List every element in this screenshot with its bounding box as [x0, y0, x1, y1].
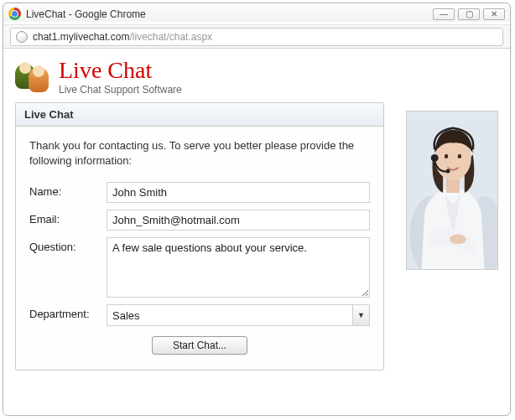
maximize-button[interactable]: ▢ [458, 8, 480, 20]
row-department: Department: Sales ▼ [29, 304, 370, 326]
label-name: Name: [29, 182, 107, 198]
brand-text: Live Chat Live Chat Support Software [59, 59, 182, 96]
label-department: Department: [29, 304, 107, 320]
start-chat-button[interactable]: Start Chat... [152, 336, 247, 355]
svg-point-8 [431, 154, 439, 162]
svg-point-9 [446, 169, 450, 174]
titlebar: LiveChat - Google Chrome — ▢ ✕ [3, 3, 510, 25]
panel-title: Live Chat [16, 103, 383, 127]
name-field[interactable] [107, 182, 370, 203]
row-question: Question: A few sale questions about you… [29, 237, 370, 298]
svg-point-3 [450, 234, 466, 244]
row-name: Name: [29, 182, 370, 203]
browser-window: LiveChat - Google Chrome — ▢ ✕ chat1.myl… [3, 3, 511, 416]
question-field[interactable]: A few sale questions about your service. [107, 237, 370, 298]
url-field[interactable]: chat1.mylivechat.com/livechat/chat.aspx [10, 28, 503, 46]
chrome-icon [8, 8, 21, 20]
svg-point-6 [445, 154, 448, 158]
people-icon [15, 60, 50, 94]
form-panel: Live Chat Thank you for contacting us. T… [15, 102, 384, 371]
panel-body: Thank you for contacting us. To serve yo… [16, 127, 383, 370]
agent-photo [406, 111, 498, 270]
brand-header: Live Chat Live Chat Support Software [15, 59, 498, 96]
url-path: /livechat/chat.aspx [129, 31, 212, 43]
globe-icon [16, 31, 28, 43]
brand-subtitle: Live Chat Support Software [59, 84, 182, 96]
window-title: LiveChat - Google Chrome [26, 8, 146, 20]
email-field[interactable] [107, 210, 370, 231]
label-email: Email: [29, 210, 107, 226]
row-email: Email: [29, 210, 370, 231]
button-row: Start Chat... [29, 336, 370, 355]
department-select[interactable]: Sales [107, 304, 370, 326]
brand-title: Live Chat [59, 59, 182, 82]
department-select-wrap: Sales ▼ [107, 304, 370, 326]
label-question: Question: [29, 237, 107, 253]
window-controls: — ▢ ✕ [433, 8, 505, 20]
svg-point-7 [458, 154, 461, 158]
close-button[interactable]: ✕ [483, 8, 505, 20]
intro-text: Thank you for contacting us. To serve yo… [29, 138, 370, 169]
minimize-button[interactable]: — [433, 8, 455, 20]
page-content: Live Chat Live Chat Support Software Liv… [3, 49, 510, 413]
url-host: chat1.mylivechat.com [33, 31, 129, 43]
address-bar: chat1.mylivechat.com/livechat/chat.aspx [3, 25, 510, 49]
